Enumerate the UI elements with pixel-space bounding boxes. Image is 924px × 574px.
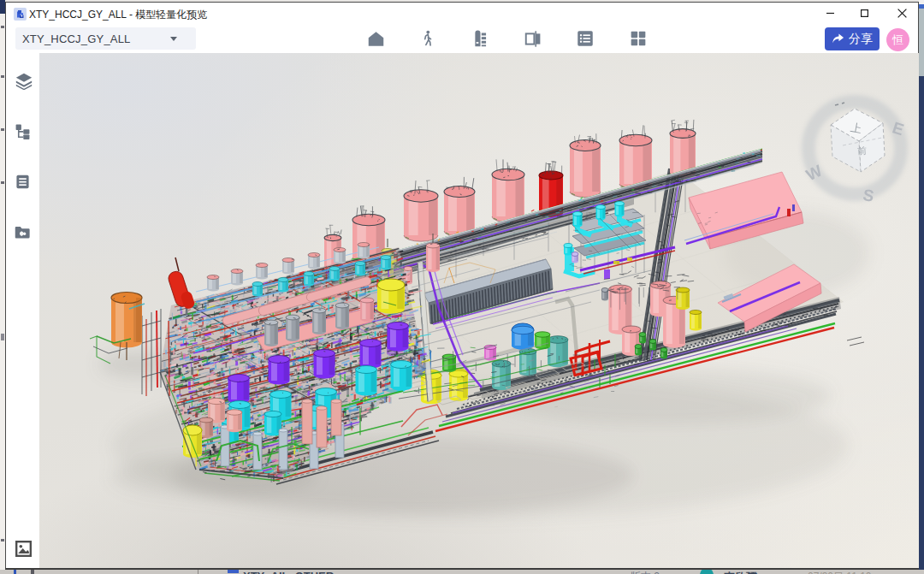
svg-text:上: 上 [850, 121, 862, 135]
svg-text:S: S [862, 186, 875, 205]
svg-text:前: 前 [856, 145, 868, 157]
